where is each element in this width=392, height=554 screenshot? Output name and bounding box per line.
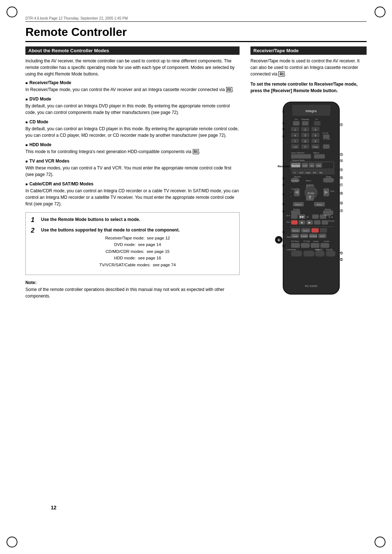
mode-cd: CD Mode By default, you can control an I…	[25, 119, 240, 139]
page-header: DTR-4.6.book Page 12 Thursday, September…	[25, 16, 367, 22]
svg-text:⑤: ⑤	[282, 177, 285, 180]
svg-text:Muting: Muting	[325, 208, 331, 210]
svg-text:CD: CD	[310, 165, 313, 167]
svg-text:Prevew: Prevew	[328, 220, 335, 222]
svg-rect-103	[291, 210, 300, 215]
about-section-header: About the Remote Controller Modes	[25, 46, 240, 55]
ri-symbol-2: RI	[193, 149, 199, 154]
svg-text:Level–: Level–	[313, 240, 319, 242]
corner-mark-tr	[375, 7, 385, 17]
svg-text:DVD: DVD	[303, 165, 307, 167]
step-2-num: 2	[31, 227, 38, 234]
svg-text:Standby: Standby	[301, 118, 309, 120]
remote-diagram: Integra ① On Standby TV ②	[272, 98, 345, 303]
svg-text:③: ③	[282, 127, 285, 131]
svg-text:Rec: Rec	[287, 221, 290, 223]
svg-rect-157	[326, 251, 335, 257]
svg-text:⑫: ⑫	[340, 123, 343, 127]
svg-rect-148	[320, 243, 329, 248]
step-2-row: 2 Use the buttons supported by that mode…	[31, 227, 234, 268]
about-intro: Including the AV receiver, the remote co…	[25, 58, 240, 77]
step-2-sub: Receiver/Tape mode: see page 12 DVD mode…	[41, 235, 234, 268]
step-2-text: Use the buttons supported by that mode t…	[41, 227, 234, 268]
svg-text:Random: Random	[324, 214, 331, 216]
svg-text:RC-630M: RC-630M	[305, 284, 318, 288]
svg-text:②: ②	[282, 122, 285, 125]
svg-rect-74	[323, 178, 334, 182]
mode-receiver-tape: Receiver/Tape Mode In Receiver/Tape mode…	[25, 80, 240, 93]
svg-rect-10	[314, 121, 320, 126]
svg-text:⑭: ⑭	[340, 159, 343, 163]
mode-body-hdd: This mode is for controlling Integra's n…	[25, 148, 240, 155]
corner-mark-bl	[7, 537, 17, 547]
svg-text:■: ■	[301, 221, 303, 224]
mode-tv-vcr: TV and VCR Modes With these modes, you c…	[25, 159, 240, 178]
note-box: Note: Some of the remote controller oper…	[25, 280, 240, 299]
ri-symbol-1: RI	[226, 87, 232, 92]
svg-text:Display: Display	[293, 208, 300, 210]
header-text: DTR-4.6.book Page 12 Thursday, September…	[25, 16, 128, 20]
svg-text:Sel Tone: Sel Tone	[291, 240, 299, 242]
mode-body-receiver-tape: In Receiver/Tape mode, you can control t…	[25, 86, 240, 93]
svg-text:⑯: ⑯	[340, 176, 343, 180]
svg-text:4: 4	[294, 134, 296, 137]
step-sub-item-2: CD/MD/CDR modes: see page 15	[41, 248, 234, 255]
svg-text:Input Selector: Input Selector	[291, 152, 305, 154]
svg-rect-130	[320, 228, 327, 233]
svg-text:①: ①	[282, 110, 285, 114]
mode-title-dvd: DVD Mode	[25, 97, 240, 102]
svg-text:2: 2	[305, 128, 306, 131]
svg-text:Audio: Audio	[293, 235, 298, 237]
svg-text:5: 5	[305, 134, 306, 137]
left-column: About the Remote Controller Modes Includ…	[25, 46, 240, 303]
svg-text:Level+: Level+	[324, 240, 330, 242]
svg-text:1: 1	[294, 128, 296, 131]
svg-text:⑬: ⑬	[340, 153, 343, 156]
svg-text:VCR: VCR	[299, 172, 303, 174]
svg-text:6: 6	[315, 134, 316, 137]
svg-text:⑳: ⑳	[340, 209, 343, 213]
corner-mark-tl	[7, 7, 17, 17]
svg-text:TV: TV	[293, 172, 296, 174]
step-sub-item-4: TV/VCR/SAT/Cable modes: see page 74	[41, 262, 234, 268]
mode-body-cd: By default, you can control an Integra C…	[25, 126, 240, 139]
svg-text:ListenMode: ListenMode	[287, 249, 296, 251]
svg-text:Setup: Setup	[317, 204, 322, 206]
svg-text:Dimmer: Dimmer	[294, 176, 301, 178]
step-1-num: 1	[31, 216, 38, 224]
steps-box: 1 Use the Remote Mode buttons to select …	[25, 212, 240, 275]
mode-title-cable-sat: Cable/CDR and SAT/MD Modes	[25, 181, 240, 186]
svg-text:+: +	[290, 191, 292, 193]
mode-hdd: HDD Mode This mode is for controlling In…	[25, 142, 240, 155]
svg-rect-115	[291, 220, 298, 225]
svg-text:7: 7	[294, 140, 296, 143]
main-content: Remote Controller About the Remote Contr…	[25, 25, 367, 525]
svg-text:Subtitle: Subtitle	[301, 235, 307, 237]
svg-rect-152	[303, 251, 314, 257]
svg-text:④: ④	[282, 135, 285, 138]
mode-title-tv-vcr: TV and VCR Modes	[25, 159, 240, 164]
svg-text:Remote Mode: Remote Mode	[292, 159, 305, 161]
svg-text:Menu: Menu	[306, 180, 311, 182]
svg-text:Macro: Macro	[313, 152, 319, 154]
svg-rect-41	[323, 144, 330, 149]
svg-text:CH Sel: CH Sel	[303, 240, 310, 242]
svg-text:0: 0	[305, 145, 306, 148]
mode-title-cd: CD Mode	[25, 119, 240, 124]
right-column: Receiver/Tape Mode Receiver/Tape mode is…	[250, 46, 367, 303]
svg-text:Enter: Enter	[307, 192, 314, 195]
svg-rect-8	[293, 121, 299, 126]
svg-text:All RI: All RI	[320, 235, 324, 237]
svg-text:⑨: ⑨	[282, 210, 285, 213]
svg-text:①: ①	[277, 238, 280, 242]
page-title: Remote Controller	[25, 25, 367, 42]
svg-text:⑥: ⑥	[282, 183, 285, 187]
svg-text:▶▶: ▶▶	[300, 215, 305, 218]
receiver-tape-header: Receiver/Tape Mode	[250, 46, 367, 55]
receiver-tape-section: Receiver/Tape Mode Receiver/Tape mode is…	[250, 46, 367, 94]
svg-text:⑮: ⑮	[340, 168, 343, 172]
svg-text:⑰: ⑰	[340, 183, 343, 187]
svg-text:TV: TV	[315, 118, 318, 120]
svg-text:Night: Night	[316, 249, 320, 251]
svg-text:Integra: Integra	[306, 109, 317, 113]
